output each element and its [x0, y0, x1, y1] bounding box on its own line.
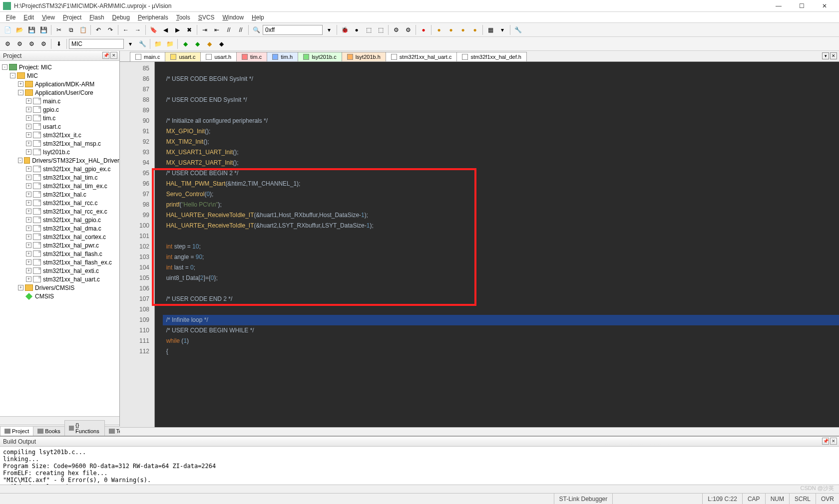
- menu-project[interactable]: Project: [59, 13, 85, 22]
- run-icon[interactable]: ●: [433, 24, 444, 35]
- menu-svcs[interactable]: SVCS: [194, 13, 219, 22]
- download-icon[interactable]: ⬇: [53, 38, 64, 49]
- window-icon[interactable]: ▦: [485, 24, 496, 35]
- menu-flash[interactable]: Flash: [85, 13, 108, 22]
- code-line[interactable]: [163, 84, 839, 95]
- manage-icon[interactable]: 📁: [164, 38, 175, 49]
- code-line[interactable]: /* USER CODE END SysInit */: [163, 95, 839, 105]
- code-line[interactable]: MX_GPIO_Init();: [163, 126, 839, 137]
- code-line[interactable]: /* Infinite loop */: [163, 315, 839, 325]
- bookmark-icon[interactable]: 🔖: [148, 24, 159, 35]
- code-line[interactable]: int step = 10;: [163, 242, 839, 252]
- tree-file[interactable]: +stm32f1xx_hal_gpio_ex.c: [0, 165, 119, 173]
- cut-icon[interactable]: ✂: [53, 24, 64, 35]
- code-line[interactable]: MX_TIM2_Init();: [163, 137, 839, 147]
- close-button[interactable]: ✕: [813, 0, 836, 12]
- file-tab[interactable]: usart.c: [165, 52, 201, 61]
- tree-file[interactable]: +gpio.c: [0, 105, 119, 114]
- tree-file[interactable]: +stm32f1xx_it.c: [0, 131, 119, 139]
- sidebar-tab[interactable]: Project: [0, 426, 33, 436]
- build-scrollbar-h[interactable]: [0, 485, 839, 493]
- code-line[interactable]: HAL_UARTEx_ReceiveToIdle_IT(&huart1,Host…: [163, 210, 839, 221]
- manage-icon[interactable]: 📁: [152, 38, 163, 49]
- code-editor[interactable]: 8586878889909192939495969798991001011021…: [120, 62, 839, 427]
- code-line[interactable]: Servo_Control(0);: [163, 189, 839, 200]
- code-line[interactable]: [163, 283, 839, 294]
- open-file-icon[interactable]: 📂: [14, 24, 25, 35]
- reset-icon[interactable]: ●: [457, 24, 468, 35]
- tree-file[interactable]: +stm32f1xx_hal_dma.c: [0, 224, 119, 233]
- tb-icon[interactable]: ⬚: [363, 24, 374, 35]
- batch-build-icon[interactable]: ⚙: [38, 38, 49, 49]
- code-line[interactable]: MX_USART1_UART_Init();: [163, 147, 839, 158]
- stop-icon[interactable]: ●: [445, 24, 456, 35]
- configure-icon[interactable]: 🔧: [512, 24, 523, 35]
- redo-icon[interactable]: ↷: [105, 24, 116, 35]
- tree-file[interactable]: +stm32f1xx_hal_gpio.c: [0, 216, 119, 224]
- menu-debug[interactable]: Debug: [108, 13, 134, 22]
- file-tab[interactable]: usart.h: [200, 52, 237, 61]
- code-line[interactable]: /* USER CODE END 2 */: [163, 294, 839, 304]
- code-line[interactable]: [163, 304, 839, 315]
- pack-icon[interactable]: ◆: [180, 38, 191, 49]
- code-line[interactable]: MX_USART2_UART_Init();: [163, 158, 839, 168]
- tree-file[interactable]: +stm32f1xx_hal_exti.c: [0, 266, 119, 275]
- minimize-button[interactable]: —: [767, 0, 790, 12]
- chevron-down-icon[interactable]: ▾: [497, 24, 508, 35]
- project-tree[interactable]: -Project: MIC-MIC+Application/MDK-ARM-Ap…: [0, 61, 119, 416]
- tree-file[interactable]: +main.c: [0, 97, 119, 105]
- tab-dropdown-icon[interactable]: ▾: [822, 52, 829, 59]
- debug-icon[interactable]: 🐞: [339, 24, 350, 35]
- rebuild-icon[interactable]: ⚙: [26, 38, 37, 49]
- code-line[interactable]: /* USER CODE BEGIN SysInit */: [163, 74, 839, 84]
- tree-file[interactable]: +stm32f1xx_hal_tim.c: [0, 173, 119, 182]
- file-tab[interactable]: lsyt201b.h: [342, 52, 386, 61]
- nav-back-icon[interactable]: ←: [120, 24, 131, 35]
- menu-tools[interactable]: Tools: [172, 13, 194, 22]
- code-line[interactable]: /* USER CODE BEGIN WHILE */: [163, 325, 839, 336]
- close-panel-icon[interactable]: ✕: [830, 438, 837, 445]
- pin-icon[interactable]: 📌: [102, 52, 109, 59]
- sidebar-tab[interactable]: {} Functions: [64, 420, 105, 436]
- find-dropdown-icon[interactable]: ▾: [324, 24, 335, 35]
- build-all-icon[interactable]: ⚙: [14, 38, 25, 49]
- bookmark-prev-icon[interactable]: ◀: [160, 24, 171, 35]
- options-icon[interactable]: 🔧: [137, 38, 148, 49]
- tree-file[interactable]: +stm32f1xx_hal.c: [0, 190, 119, 199]
- pin-icon[interactable]: 📌: [822, 438, 829, 445]
- tree-file[interactable]: +stm32f1xx_hal_flash.c: [0, 250, 119, 258]
- copy-icon[interactable]: ⧉: [65, 24, 76, 35]
- target-select[interactable]: [69, 39, 124, 49]
- file-tab[interactable]: tim.h: [267, 52, 298, 61]
- uncomment-icon[interactable]: //: [235, 24, 246, 35]
- menu-window[interactable]: Window: [218, 13, 248, 22]
- tree-file[interactable]: +tim.c: [0, 114, 119, 122]
- code-line[interactable]: uint8_t Data[2]={0};: [163, 273, 839, 283]
- tree-root[interactable]: -Project: MIC: [0, 63, 119, 71]
- menu-help[interactable]: Help: [248, 13, 268, 22]
- indent-icon[interactable]: ⇥: [199, 24, 210, 35]
- step-icon[interactable]: ●: [469, 24, 480, 35]
- tab-close-icon[interactable]: ✕: [830, 52, 837, 59]
- paste-icon[interactable]: 📋: [77, 24, 88, 35]
- tree-file[interactable]: +stm32f1xx_hal_pwr.c: [0, 241, 119, 250]
- save-icon[interactable]: 💾: [26, 24, 37, 35]
- save-all-icon[interactable]: 💾: [38, 24, 49, 35]
- code-line[interactable]: HAL_UARTEx_ReceiveToIdle_IT(&huart2,LSYT…: [163, 221, 839, 231]
- bookmark-next-icon[interactable]: ▶: [172, 24, 183, 35]
- code-line[interactable]: [163, 231, 839, 242]
- code-line[interactable]: {: [163, 346, 839, 357]
- menu-peripherals[interactable]: Peripherals: [134, 13, 172, 22]
- tree-file[interactable]: +stm32f1xx_hal_flash_ex.c: [0, 258, 119, 266]
- breakpoint-icon[interactable]: ●: [351, 24, 362, 35]
- tree-file[interactable]: +stm32f1xx_hal_rcc_ex.c: [0, 207, 119, 216]
- tree-file[interactable]: +usart.c: [0, 122, 119, 131]
- code-line[interactable]: /* Initialize all configured peripherals…: [163, 116, 839, 126]
- target-dropdown-icon[interactable]: ▾: [125, 38, 136, 49]
- bookmark-clear-icon[interactable]: ✖: [184, 24, 195, 35]
- pack-icon[interactable]: ◆: [192, 38, 203, 49]
- nav-forward-icon[interactable]: →: [132, 24, 143, 35]
- tree-group[interactable]: +Drivers/CMSIS: [0, 283, 119, 292]
- menu-view[interactable]: View: [38, 13, 59, 22]
- code-line[interactable]: int last = 0;: [163, 262, 839, 273]
